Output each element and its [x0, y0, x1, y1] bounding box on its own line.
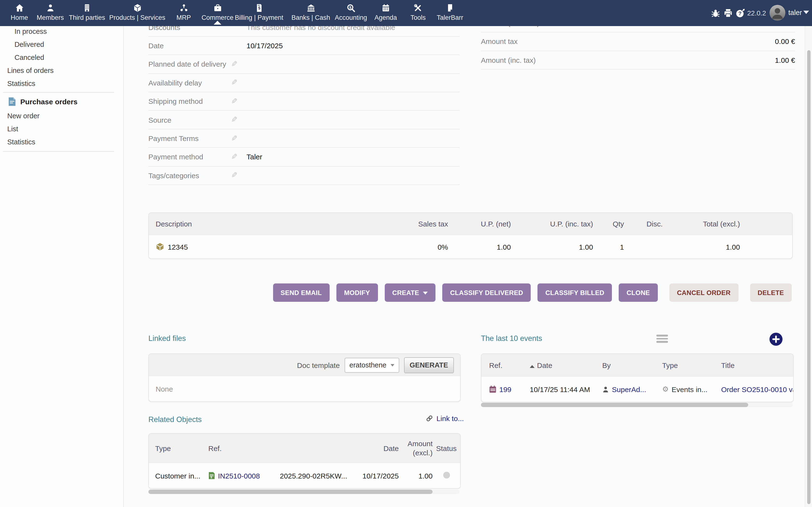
field-label: Shipping method	[148, 97, 231, 106]
col-title[interactable]: Title	[721, 361, 794, 369]
gear-icon: ⚙	[662, 385, 669, 394]
svg-text:$: $	[349, 5, 351, 9]
events-hscrollbar	[481, 403, 793, 407]
nav-item-third-parties[interactable]: Third parties	[69, 3, 105, 21]
line-sales-tax: 0%	[390, 243, 448, 251]
col-type[interactable]: Type	[662, 361, 721, 369]
sidebar-item-canceled[interactable]: Canceled	[14, 54, 44, 61]
line-description[interactable]: 12345	[168, 243, 188, 251]
sidebar-item-statistics[interactable]: Statistics	[7, 80, 35, 88]
edit-pencil-icon[interactable]: ✎	[231, 98, 238, 105]
event-ref-link[interactable]: 199	[499, 385, 511, 393]
edit-pencil-icon[interactable]: ✎	[231, 60, 238, 68]
linked-files-title: Linked files	[148, 334, 186, 343]
related-hscrollbar	[148, 490, 460, 494]
members-icon	[46, 3, 55, 12]
line-up-inc: 1.00	[511, 243, 593, 251]
event-by-link[interactable]: SuperAd...	[612, 385, 646, 393]
nav-item-commerce[interactable]: Commerce	[202, 3, 234, 21]
page-icon	[445, 3, 455, 12]
field-value: Taler	[247, 153, 262, 161]
nav-item-products-services[interactable]: Products | Services	[109, 3, 165, 21]
cube-icon	[133, 3, 142, 12]
col-amount: Amount (excl.)	[399, 439, 433, 457]
nav-item-members[interactable]: Members	[37, 3, 64, 21]
sidebar-item-new-order[interactable]: New order	[7, 112, 40, 120]
user-icon	[602, 386, 609, 393]
event-type: Events in...	[672, 385, 707, 393]
field-row-payment-terms: Payment Terms ✎	[148, 129, 460, 148]
col-ref: Ref.	[208, 444, 280, 452]
col-ref[interactable]: Ref.	[489, 361, 530, 369]
edit-pencil-icon[interactable]: ✎	[231, 153, 238, 161]
molecule-icon	[179, 3, 188, 12]
related-hscrollbar-thumb[interactable]	[148, 490, 433, 494]
nav-item-talerbarr[interactable]: TalerBarr	[437, 3, 463, 21]
link-to-action[interactable]: Link to...	[425, 414, 464, 422]
send-email-button[interactable]: SEND EMAIL	[273, 283, 329, 302]
left-menu: In process Delivered Canceled Lines of o…	[0, 26, 124, 507]
nav-item-banks-cash[interactable]: Banks | Cash	[292, 3, 330, 21]
avatar[interactable]	[769, 5, 785, 21]
nav-item-billing-payment[interactable]: $ Billing | Payment	[235, 3, 284, 21]
nav-item-mrp[interactable]: MRP	[176, 3, 191, 21]
sidebar-item-statistics-2[interactable]: Statistics	[7, 138, 35, 146]
user-chevron-down-icon[interactable]	[803, 11, 809, 14]
related-ref-link[interactable]: IN2510-0008	[218, 471, 260, 480]
page: Discounts This customer has no discount …	[0, 0, 812, 507]
field-value: 10/17/2025	[247, 42, 283, 50]
field-row-date: Date 10/17/2025	[148, 37, 460, 55]
create-button[interactable]: CREATE	[385, 283, 436, 302]
classify-delivered-button[interactable]: CLASSIFY DELIVERED	[442, 283, 531, 302]
svg-text:?: ?	[738, 10, 742, 16]
amount-row-inc-tax: Amount (inc. tax) 1.00 €	[481, 51, 795, 69]
print-icon[interactable]	[723, 8, 733, 18]
clone-button[interactable]: CLONE	[619, 283, 658, 302]
user-menu[interactable]: taler	[788, 9, 802, 16]
line-total: 1.00	[663, 243, 740, 251]
nav-item-agenda[interactable]: Agenda	[374, 3, 397, 21]
order-details-panel: Discounts This customer has no discount …	[148, 18, 460, 185]
nav-item-tools[interactable]: Tools	[410, 3, 425, 21]
doc-template-select[interactable]: eratosthene	[345, 357, 399, 373]
edit-pencil-icon[interactable]: ✎	[231, 79, 238, 87]
home-icon	[15, 3, 24, 12]
page-vscrollbar-thumb[interactable]	[807, 50, 811, 504]
add-event-button[interactable]	[769, 333, 782, 346]
edit-pencil-icon[interactable]: ✎	[231, 134, 238, 142]
invoice-icon: $	[208, 472, 215, 480]
order-line-row: 12345 0% 1.00 1.00 1 1.00	[149, 235, 792, 258]
event-title-link[interactable]: Order SO2510-0010 validate	[721, 385, 794, 393]
col-by[interactable]: By	[602, 361, 662, 369]
col-up-inc: U.P. (inc. tax)	[511, 220, 593, 228]
modify-button[interactable]: MODIFY	[337, 283, 378, 302]
sidebar-item-list[interactable]: List	[7, 125, 18, 133]
sidebar-item-in-process[interactable]: In process	[14, 27, 47, 35]
linked-files-empty: None	[149, 376, 460, 401]
events-hscrollbar-thumb[interactable]	[481, 403, 748, 407]
col-up-net: U.P. (net)	[448, 220, 511, 228]
nav-item-accounting[interactable]: $ Accounting	[335, 3, 367, 21]
event-row: 199 10/17/25 11:44 AM SuperAd... ⚙ Event…	[481, 376, 793, 402]
nav-item-home[interactable]: Home	[11, 3, 28, 21]
delete-button[interactable]: DELETE	[750, 283, 792, 302]
related-amount: 1.00	[399, 471, 433, 480]
field-row-availability-delay: Availability delay ✎	[148, 74, 460, 92]
help-icon[interactable]: ?	[735, 8, 745, 18]
edit-pencil-icon[interactable]: ✎	[231, 116, 238, 124]
sidebar-item-delivered[interactable]: Delivered	[14, 41, 44, 48]
field-label: Source	[148, 116, 231, 124]
generate-button[interactable]: GENERATE	[404, 357, 454, 373]
chain-link-icon	[425, 414, 434, 422]
sidebar-item-lines-of-orders[interactable]: Lines of orders	[7, 67, 54, 74]
col-total: Total (excl.)	[663, 220, 740, 228]
events-menu-icon[interactable]	[656, 335, 668, 343]
classify-billed-button[interactable]: CLASSIFY BILLED	[538, 283, 612, 302]
related-ref-ext: 2025.290-02R5KW...	[280, 471, 356, 480]
related-object-row: Customer in... $ IN2510-0008 2025.290-02…	[149, 463, 460, 488]
edit-pencil-icon[interactable]: ✎	[231, 172, 238, 179]
sidebar-section-purchase-orders[interactable]: Purchase orders	[8, 97, 78, 106]
bug-icon[interactable]	[711, 8, 721, 18]
cancel-order-button[interactable]: CANCEL ORDER	[669, 283, 738, 302]
order-lines-table: Description Sales tax U.P. (net) U.P. (i…	[148, 213, 793, 259]
